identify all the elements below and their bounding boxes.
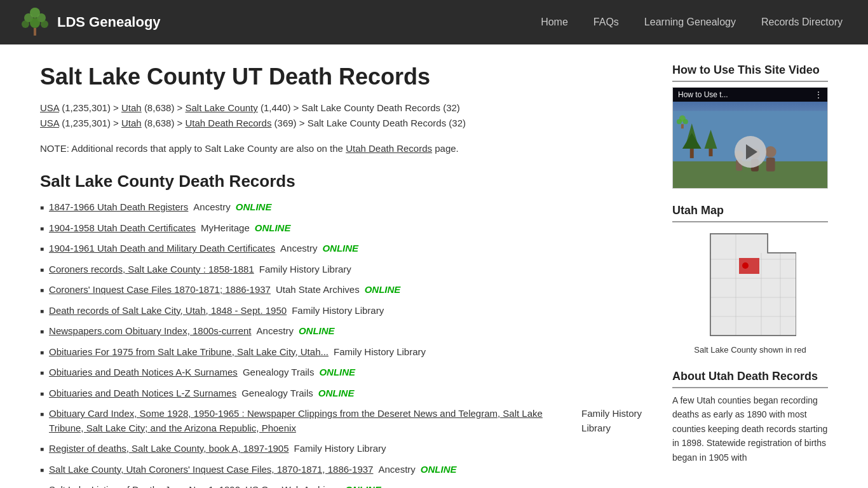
about-text: A few Utah counties began recording deat… bbox=[672, 393, 828, 464]
video-section-title: How to Use This Site Video bbox=[672, 64, 828, 82]
utah-map-svg bbox=[704, 227, 796, 339]
video-menu-icon: ⋮ bbox=[815, 90, 822, 99]
record-link[interactable]: Obituaries For 1975 from Salt Lake Tribu… bbox=[49, 345, 329, 360]
list-item: Coroners' Inquest Case Files 1870-1871; … bbox=[40, 283, 647, 297]
record-link[interactable]: Salt Lake Listing of Deaths Jan - Nov 1,… bbox=[49, 483, 240, 488]
utah-map-container: Salt Lake County shown in red bbox=[672, 227, 828, 355]
play-button[interactable] bbox=[735, 136, 766, 168]
list-item: Death records of Salt Lake City, Utah, 1… bbox=[40, 304, 647, 318]
video-thumbnail[interactable]: How to Use t... ⋮ bbox=[672, 87, 828, 189]
logo-area[interactable]: LDS Genealogy bbox=[19, 6, 161, 38]
section-title: Salt Lake County Death Records bbox=[40, 172, 647, 191]
svg-rect-6 bbox=[34, 28, 36, 36]
record-link[interactable]: Newspapers.com Obituary Index, 1800s-cur… bbox=[49, 324, 251, 339]
breadcrumb-salt-lake-county[interactable]: Salt Lake County bbox=[186, 102, 258, 113]
record-link[interactable]: Salt Lake County, Utah Coroners' Inquest… bbox=[49, 463, 373, 477]
list-item: Obituaries and Death Notices A-K Surname… bbox=[40, 365, 647, 380]
online-badge: ONLINE bbox=[318, 386, 355, 401]
site-header: LDS Genealogy Home FAQs Learning Genealo… bbox=[0, 0, 868, 44]
logo-text: LDS Genealogy bbox=[57, 14, 161, 30]
list-item: Newspapers.com Obituary Index, 1800s-cur… bbox=[40, 324, 647, 339]
list-item: Salt Lake Listing of Deaths Jan - Nov 1,… bbox=[40, 483, 647, 488]
record-link[interactable]: Coroners' Inquest Case Files 1870-1871; … bbox=[49, 283, 271, 297]
note-paragraph: NOTE: Additional records that apply to S… bbox=[40, 141, 647, 156]
breadcrumb-line-2: USA (1,235,301) > Utah (8,638) > Utah De… bbox=[40, 116, 647, 131]
svg-point-34 bbox=[742, 262, 749, 269]
record-link[interactable]: 1904-1958 Utah Death Certificates bbox=[49, 221, 196, 236]
online-badge: ONLINE bbox=[236, 200, 272, 215]
list-item: Salt Lake County, Utah Coroners' Inquest… bbox=[40, 463, 647, 477]
list-item: Obituaries For 1975 from Salt Lake Tribu… bbox=[40, 345, 647, 360]
list-item: 1904-1958 Utah Death Certificates MyHeri… bbox=[40, 221, 647, 236]
record-link[interactable]: 1847-1966 Utah Death Registers bbox=[49, 200, 188, 215]
record-link[interactable]: Death records of Salt Lake City, Utah, 1… bbox=[49, 304, 287, 318]
record-link[interactable]: Coroners records, Salt Lake County : 185… bbox=[49, 262, 254, 277]
breadcrumb-utah-1[interactable]: Utah bbox=[121, 102, 142, 113]
page-wrapper: Salt Lake County UT Death Records USA (1… bbox=[21, 44, 847, 488]
video-section: How to Use This Site Video How to Use t.… bbox=[672, 64, 828, 189]
nav-faqs[interactable]: FAQs bbox=[587, 13, 625, 31]
breadcrumbs: USA (1,235,301) > Utah (8,638) > Salt La… bbox=[40, 100, 647, 131]
list-item: Obituary Card Index, Some 1928, 1950-196… bbox=[40, 407, 647, 435]
online-badge: ONLINE bbox=[255, 221, 291, 236]
record-link[interactable]: 1904-1961 Utah Death and Military Death … bbox=[49, 241, 275, 256]
map-caption: Salt Lake County shown in red bbox=[672, 345, 828, 355]
page-title: Salt Lake County UT Death Records bbox=[40, 64, 647, 90]
nav-learning-genealogy[interactable]: Learning Genealogy bbox=[638, 13, 742, 31]
list-item: 1904-1961 Utah Death and Military Death … bbox=[40, 241, 647, 256]
map-section: Utah Map bbox=[672, 204, 828, 355]
svg-marker-25 bbox=[710, 234, 796, 336]
record-link[interactable]: Obituaries and Death Notices L-Z Surname… bbox=[49, 386, 236, 401]
breadcrumb-usa-1[interactable]: USA bbox=[40, 102, 59, 113]
list-item: 1847-1966 Utah Death Registers Ancestry … bbox=[40, 200, 647, 215]
online-badge: ONLINE bbox=[319, 365, 355, 380]
about-section-title: About Utah Death Records bbox=[672, 370, 828, 388]
breadcrumb-line-1: USA (1,235,301) > Utah (8,638) > Salt La… bbox=[40, 100, 647, 116]
svg-point-5 bbox=[41, 20, 48, 28]
record-link[interactable]: Obituary Card Index, Some 1928, 1950-196… bbox=[49, 407, 576, 435]
list-item: Obituaries and Death Notices L-Z Surname… bbox=[40, 386, 647, 401]
main-content: Salt Lake County UT Death Records USA (1… bbox=[40, 64, 647, 488]
tree-logo-icon bbox=[19, 6, 51, 38]
svg-point-4 bbox=[30, 18, 40, 28]
breadcrumb-utah-2[interactable]: Utah bbox=[121, 118, 142, 128]
list-item: Register of deaths, Salt Lake County, bo… bbox=[40, 442, 647, 456]
utah-death-records-link[interactable]: Utah Death Records bbox=[346, 143, 432, 154]
nav-home[interactable]: Home bbox=[534, 13, 574, 31]
record-link[interactable]: Obituaries and Death Notices A-K Surname… bbox=[49, 365, 238, 380]
record-link[interactable]: Register of deaths, Salt Lake County, bo… bbox=[49, 442, 288, 456]
online-badge: ONLINE bbox=[421, 463, 457, 477]
sidebar: How to Use This Site Video How to Use t.… bbox=[672, 64, 828, 488]
online-badge: ONLINE bbox=[322, 241, 358, 256]
records-list: 1847-1966 Utah Death Registers Ancestry … bbox=[40, 200, 647, 488]
about-section: About Utah Death Records A few Utah coun… bbox=[672, 370, 828, 464]
map-section-title: Utah Map bbox=[672, 204, 828, 222]
video-title-text: How to Use t... bbox=[678, 90, 728, 99]
svg-rect-33 bbox=[739, 258, 759, 274]
list-item: Coroners records, Salt Lake County : 185… bbox=[40, 262, 647, 277]
online-badge: ONLINE bbox=[365, 283, 401, 297]
play-triangle-icon bbox=[746, 144, 757, 159]
nav-records-directory[interactable]: Records Directory bbox=[755, 13, 849, 31]
main-nav: Home FAQs Learning Genealogy Records Dir… bbox=[534, 13, 849, 31]
video-top-bar: How to Use t... ⋮ bbox=[673, 88, 827, 102]
online-badge: ONLINE bbox=[299, 324, 335, 339]
breadcrumb-usa-2[interactable]: USA bbox=[40, 118, 59, 128]
video-scene bbox=[673, 102, 827, 189]
svg-point-3 bbox=[22, 20, 29, 28]
breadcrumb-utah-death-records[interactable]: Utah Death Records bbox=[186, 118, 272, 128]
online-badge: ONLINE bbox=[345, 483, 381, 488]
